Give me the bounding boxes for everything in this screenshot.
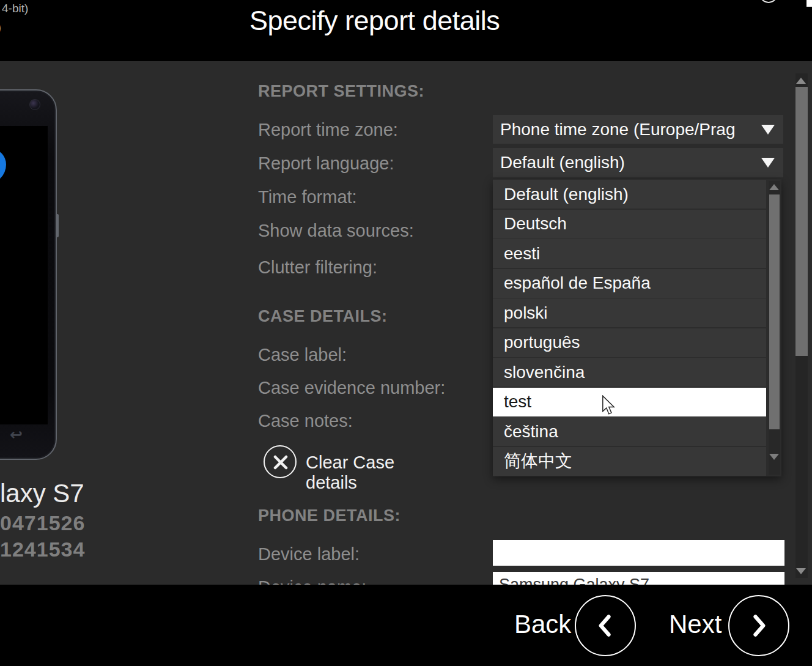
language-option-portugues[interactable]: português bbox=[493, 328, 766, 357]
case-evidence-number-label: Case evidence number: bbox=[258, 378, 445, 398]
language-option-eesti[interactable]: eesti bbox=[493, 239, 766, 268]
chevron-left-icon bbox=[592, 612, 619, 639]
x-circle-icon bbox=[264, 445, 297, 478]
language-option-polski[interactable]: polski bbox=[493, 298, 766, 327]
report-language-value: Default (english) bbox=[500, 153, 625, 172]
case-notes-label: Case notes: bbox=[258, 411, 353, 431]
language-option-espanol[interactable]: español de España bbox=[493, 269, 766, 298]
window-title-fragment: 4-bit) bbox=[2, 2, 28, 15]
device-number-1: 0471526 bbox=[0, 511, 85, 535]
back-button[interactable] bbox=[575, 595, 636, 656]
chevron-right-icon bbox=[745, 612, 772, 639]
caret-down-icon bbox=[761, 158, 775, 168]
device-name-input[interactable]: Samsung Galaxy S7 bbox=[493, 572, 784, 585]
time-format-label: Time format: bbox=[258, 187, 357, 207]
caret-down-icon bbox=[761, 125, 775, 135]
device-label-label: Device label: bbox=[258, 544, 360, 564]
clear-case-details-label: Clear Case details bbox=[306, 453, 442, 493]
show-data-sources-label: Show data sources: bbox=[258, 221, 414, 241]
phone-back-key-icon: ↩ bbox=[10, 426, 23, 443]
language-option-slovencina[interactable]: slovenčina bbox=[493, 358, 766, 387]
report-wizard-window: 4-bit) ) Specify report details ↩ laxy S… bbox=[0, 0, 812, 666]
language-list-scrollbar-thumb[interactable] bbox=[769, 194, 780, 429]
scroll-up-icon[interactable] bbox=[769, 184, 779, 190]
scroll-down-icon[interactable] bbox=[796, 568, 806, 574]
language-options-list: Default (english) Deutsch eesti español … bbox=[493, 179, 781, 476]
report-language-label: Report language: bbox=[258, 154, 394, 174]
language-option-default-english[interactable]: Default (english) bbox=[493, 180, 766, 209]
case-details-heading: CASE DETAILS: bbox=[258, 307, 388, 326]
next-button[interactable] bbox=[728, 595, 789, 656]
phone-side-button bbox=[56, 214, 59, 237]
window-control-fragment bbox=[806, 0, 812, 7]
device-name-label: Device name: bbox=[258, 577, 366, 585]
clear-case-details-button[interactable]: Clear Case details bbox=[264, 445, 442, 479]
case-label-label: Case label: bbox=[258, 345, 347, 365]
phone-camera-icon bbox=[29, 99, 40, 110]
device-number-2: 1241534 bbox=[0, 538, 85, 561]
mouse-cursor bbox=[602, 395, 616, 418]
window-title-fragment-2: ) bbox=[0, 20, 1, 35]
device-model-text: laxy S7 bbox=[0, 479, 84, 508]
device-label-input[interactable] bbox=[493, 540, 784, 566]
next-button-label: Next bbox=[669, 610, 722, 639]
help-icon[interactable] bbox=[759, 0, 778, 3]
device-name-value: Samsung Galaxy S7 bbox=[499, 575, 649, 585]
report-time-zone-label: Report time zone: bbox=[258, 120, 398, 140]
language-option-cestina[interactable]: čeština bbox=[493, 417, 766, 446]
back-button-label: Back bbox=[514, 610, 571, 639]
main-scrollbar-thumb[interactable] bbox=[795, 87, 808, 356]
phone-details-heading: PHONE DETAILS: bbox=[258, 506, 400, 525]
report-time-zone-value: Phone time zone (Europe/Prag bbox=[500, 120, 735, 139]
language-option-chinese[interactable]: 简体中文 bbox=[493, 447, 766, 476]
report-details-content: ↩ laxy S7 0471526 1241534 REPORT SETTING… bbox=[0, 61, 812, 585]
clutter-filtering-label: Clutter filtering: bbox=[258, 257, 377, 278]
language-option-deutsch[interactable]: Deutsch bbox=[493, 210, 766, 239]
scroll-up-icon[interactable] bbox=[796, 78, 806, 84]
report-language-dropdown[interactable]: Default (english) bbox=[493, 148, 783, 177]
language-option-test[interactable]: test bbox=[493, 388, 766, 416]
top-title-bar: 4-bit) ) Specify report details bbox=[0, 0, 812, 61]
page-title: Specify report details bbox=[249, 5, 500, 37]
phone-screen bbox=[0, 126, 48, 424]
report-time-zone-dropdown[interactable]: Phone time zone (Europe/Prag bbox=[493, 115, 783, 144]
scroll-down-icon[interactable] bbox=[769, 454, 779, 460]
wizard-nav-bar: Back Next bbox=[0, 585, 812, 666]
report-settings-heading: REPORT SETTINGS: bbox=[258, 82, 424, 101]
